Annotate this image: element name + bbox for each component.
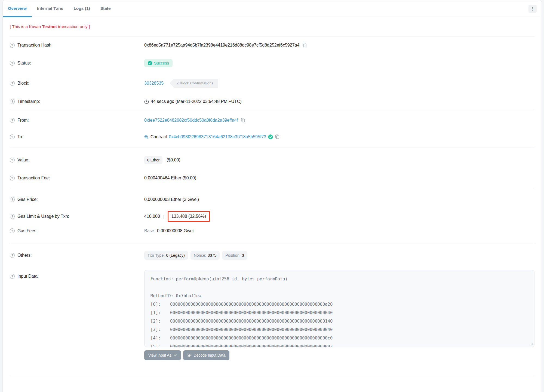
gas-fees-base-label: Base: (144, 228, 155, 233)
transaction-fee-label: Transaction Fee: (17, 176, 50, 180)
copy-icon[interactable] (241, 118, 246, 123)
status-value: Success (154, 61, 169, 65)
block-confirmations-badge: 7 Block Confirmations (170, 79, 218, 88)
zoom-in-icon[interactable] (144, 135, 149, 139)
decode-icon (187, 353, 191, 357)
from-address-link[interactable]: 0xfee7522e8482682cf50ddc50a0f8da2a39effa… (144, 118, 238, 123)
input-word-row: [5]:000000000000000000000000000000000000… (150, 342, 528, 347)
testnet-notice-bold: Testnet (42, 24, 57, 29)
nonce-value: 3375 (208, 253, 216, 258)
position-badge: Position: 3 (222, 251, 247, 260)
tab-state[interactable]: State (95, 0, 116, 17)
testnet-notice-suffix: transaction only ] (57, 24, 90, 29)
help-icon[interactable]: ? (10, 197, 15, 202)
position-value: 3 (242, 253, 244, 258)
to-address-link[interactable]: 0x4cb093f226983713164a62138c3f718a5b595f… (169, 134, 266, 139)
row-input-data: ? Input Data: Function: performUpkeep(ui… (10, 267, 534, 366)
txn-type-badge: Txn Type: 0 (Legacy) (144, 251, 188, 260)
to-type: Contract (150, 134, 167, 139)
decode-input-data-button[interactable]: Decode Input Data (183, 350, 230, 360)
gas-usage-highlight-box: 133,488 (32.56%) (168, 211, 210, 222)
input-data-actions: View Input As Decode Input Data (144, 350, 534, 360)
position-key: Position: (225, 253, 241, 258)
input-function-line: Function: performUpkeep(uint256 id, byte… (150, 275, 528, 283)
row-transaction-hash: ? Transaction Hash: 0x86ed5a771e725aa94d… (10, 37, 534, 53)
gas-separator: | (163, 214, 164, 219)
more-options-kebab-icon[interactable]: ⋮ (528, 5, 537, 13)
transaction-hash-value: 0x86ed5a771e725aa94d5b7fa2398e4419e216d8… (144, 43, 299, 48)
input-data-textarea[interactable]: Function: performUpkeep(uint256 id, byte… (144, 270, 534, 347)
gas-fees-base-value: 0.000000008 Gwei (157, 228, 193, 233)
input-word-row: [1]:000000000000000000000000000000000000… (150, 309, 528, 317)
help-icon[interactable]: ? (10, 134, 15, 139)
row-timestamp: ? Timestamp: 44 secs ago (Mar-11-2022 03… (10, 93, 534, 110)
copy-icon[interactable] (302, 42, 307, 48)
tab-bar: Overview Internal Txns Logs (1) State ⋮ (3, 0, 542, 17)
row-gas-limit-usage: ? Gas Limit & Usage by Txn: 410,000 | 13… (10, 208, 534, 225)
txn-type-key: Txn Type: (147, 253, 165, 258)
transaction-fee-value: 0.000400464 Ether ($0.00) (144, 176, 196, 180)
block-number-link[interactable]: 30328535 (144, 81, 164, 86)
gas-price-value: 0.000000003 Ether (3 Gwei) (144, 197, 199, 202)
block-label: Block: (17, 81, 29, 86)
overview-panel: [ This is a Kovan Testnet transaction on… (3, 17, 542, 376)
clock-icon (144, 99, 149, 104)
row-transaction-fee: ? Transaction Fee: 0.000400464 Ether ($0… (10, 170, 534, 189)
from-label: From: (17, 118, 29, 123)
help-icon[interactable]: ? (10, 158, 15, 163)
help-icon[interactable]: ? (10, 99, 15, 104)
value-usd: ($0.00) (167, 158, 180, 163)
input-word-row: [4]:000000000000000000000000000000000000… (150, 334, 528, 342)
row-status: ? Status: Success (10, 53, 534, 73)
transaction-page: Overview Internal Txns Logs (1) State ⋮ … (0, 0, 544, 392)
row-block: ? Block: 30328535 7 Block Confirmations (10, 73, 534, 93)
value-label: Value: (17, 158, 29, 163)
gas-usage-value: 133,488 (32.56%) (171, 214, 206, 219)
help-icon[interactable]: ? (10, 43, 15, 48)
timestamp-value: 44 secs ago (Mar-11-2022 03:54:48 PM +UT… (151, 99, 242, 104)
to-label: To: (17, 134, 23, 139)
testnet-notice: [ This is a Kovan Testnet transaction on… (10, 17, 534, 36)
check-circle-icon (148, 61, 152, 65)
input-methodid-line: MethodID: 0x7bbaf1ea (150, 292, 528, 300)
others-label: Others: (17, 253, 32, 258)
nonce-key: Nonce: (194, 253, 206, 258)
row-value: ? Value: 0 Ether ($0.00) (10, 148, 534, 170)
testnet-notice-prefix: [ This is a Kovan (10, 24, 42, 29)
transaction-card: Overview Internal Txns Logs (1) State ⋮ … (2, 0, 542, 392)
gas-limit-value: 410,000 (144, 214, 160, 219)
help-icon[interactable]: ? (10, 228, 15, 233)
row-gas-price: ? Gas Price: 0.000000003 Ether (3 Gwei) (10, 189, 534, 208)
help-icon[interactable]: ? (10, 118, 15, 123)
tab-overview[interactable]: Overview (3, 0, 32, 17)
help-icon[interactable]: ? (10, 176, 15, 180)
copy-icon[interactable] (275, 134, 280, 139)
chevron-down-icon (174, 354, 177, 356)
row-gas-fees: ? Gas Fees: Base: 0.000000008 Gwei (10, 225, 534, 242)
txn-type-value: 0 (Legacy) (166, 253, 185, 258)
input-word-row: [3]:000000000000000000000000000000000000… (150, 326, 528, 334)
view-input-as-button[interactable]: View Input As (144, 350, 181, 360)
divider (10, 376, 534, 376)
value-amount-badge: 0 Ether (144, 156, 162, 164)
help-icon[interactable]: ? (10, 81, 15, 86)
help-icon[interactable]: ? (10, 274, 15, 279)
help-icon[interactable]: ? (10, 214, 15, 219)
timestamp-label: Timestamp: (17, 99, 40, 104)
row-others: ? Others: Txn Type: 0 (Legacy) Nonce: 33… (10, 242, 534, 267)
status-badge: Success (144, 59, 173, 67)
tab-internal-txns[interactable]: Internal Txns (32, 0, 68, 17)
nonce-badge: Nonce: 3375 (190, 251, 220, 260)
input-word-row: [2]:000000000000000000000000000000000000… (150, 317, 528, 326)
resize-grip-icon[interactable] (530, 342, 533, 345)
gas-limit-usage-label: Gas Limit & Usage by Txn: (17, 214, 69, 219)
status-label: Status: (17, 61, 31, 66)
tab-logs[interactable]: Logs (1) (68, 0, 95, 17)
transaction-hash-label: Transaction Hash: (17, 43, 53, 48)
gas-fees-label: Gas Fees: (17, 228, 38, 233)
input-data-label: Input Data: (17, 274, 39, 279)
row-to: ? To: Contract 0x4cb093f226983713164a621… (10, 128, 534, 148)
help-icon[interactable]: ? (10, 61, 15, 66)
help-icon[interactable]: ? (10, 253, 15, 258)
verified-check-icon (268, 134, 273, 139)
